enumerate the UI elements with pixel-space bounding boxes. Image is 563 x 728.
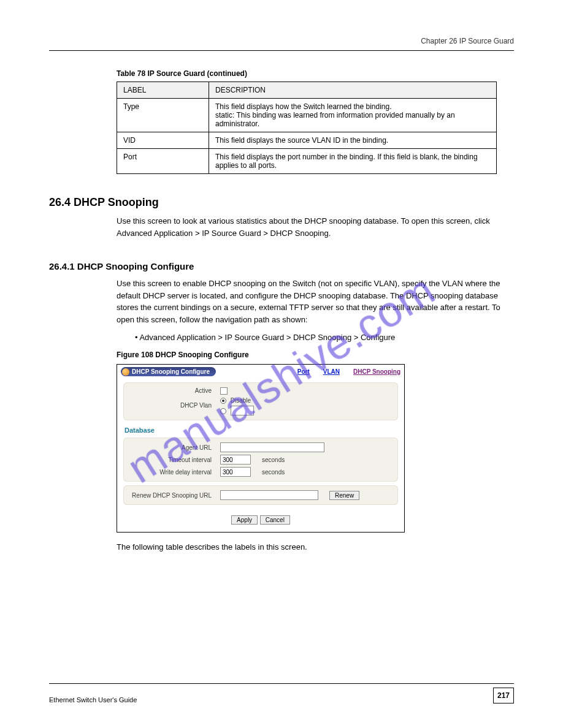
label-seconds-2: seconds	[262, 469, 285, 476]
subsection-heading: 26.4.1 DHCP Snooping Configure	[49, 261, 514, 271]
subsection-intro: Use this screen to enable DHCP snooping …	[117, 278, 514, 325]
cell-desc: This field displays how the Switch learn…	[209, 99, 497, 132]
section-intro: Use this screen to look at various stati…	[117, 215, 514, 239]
label-disable: Disable	[231, 397, 251, 404]
dhcp-vlan-input[interactable]	[231, 406, 254, 415]
table-row: Type This field displays how the Switch …	[117, 99, 497, 132]
row-timeout: Timeout interval seconds	[128, 453, 393, 466]
table-row: VID This field displays the source VLAN …	[117, 132, 497, 149]
timeout-input[interactable]	[220, 455, 251, 464]
active-checkbox[interactable]	[220, 387, 228, 395]
database-heading: Database	[124, 427, 404, 434]
table-header-row: LABEL DESCRIPTION	[117, 82, 497, 99]
figure-links: Port VLAN DHCP Snooping	[297, 368, 400, 375]
dhcp-vlan-options: Disable	[220, 397, 254, 415]
row-write-delay: Write delay interval seconds	[128, 466, 393, 478]
label-renew: Renew DHCP Snooping URL	[128, 492, 220, 499]
row-renew: Renew DHCP Snooping URL Renew	[128, 489, 393, 501]
cell-label: VID	[117, 132, 209, 149]
figure-caption: Figure 108 DHCP Snooping Configure	[117, 351, 514, 359]
figure-panel-top: Active DHCP Vlan Disable	[123, 382, 398, 420]
figure-title-bar: DHCP Snooping Configure	[121, 367, 216, 376]
cancel-button[interactable]: Cancel	[260, 515, 290, 525]
label-active: Active	[128, 387, 220, 394]
footer-rule	[49, 683, 514, 684]
chapter-title: Chapter 26 IP Source Guard	[49, 37, 514, 45]
link-port[interactable]: Port	[297, 368, 310, 375]
write-delay-input[interactable]	[220, 467, 251, 477]
figure-panel-renew: Renew DHCP Snooping URL Renew	[123, 485, 398, 505]
figure-screenshot: DHCP Snooping Configure Port VLAN DHCP S…	[117, 364, 405, 533]
footer: Ethernet Switch User's Guide 217	[49, 683, 514, 703]
link-vlan[interactable]: VLAN	[323, 368, 340, 375]
row-active: Active	[128, 386, 393, 396]
figure-panel-db: Agent URL Timeout interval seconds Write…	[123, 438, 398, 482]
th-desc: DESCRIPTION	[209, 82, 497, 99]
cell-desc: This field displays the source VLAN ID i…	[209, 132, 497, 149]
apply-button[interactable]: Apply	[231, 515, 258, 525]
table-row: Port This field displays the port number…	[117, 149, 497, 174]
label-seconds-1: seconds	[262, 457, 285, 463]
figure-header: DHCP Snooping Configure Port VLAN DHCP S…	[117, 365, 404, 379]
agent-url-input[interactable]	[220, 442, 324, 452]
row-agent-url: Agent URL	[128, 441, 393, 453]
nav-path: • Advanced Application > IP Source Guard…	[135, 332, 514, 344]
renew-button[interactable]: Renew	[329, 491, 359, 500]
cell-label: Type	[117, 99, 209, 132]
table-caption: Table 78 IP Source Guard (continued)	[117, 69, 514, 78]
page-number: 217	[493, 688, 514, 703]
desc-table: LABEL DESCRIPTION Type This field displa…	[117, 82, 497, 174]
footer-guide: Ethernet Switch User's Guide	[49, 696, 137, 703]
cell-label: Port	[117, 149, 209, 174]
radio-vlan-id[interactable]	[220, 408, 226, 414]
section-heading: 26.4 DHCP Snooping	[49, 196, 514, 209]
link-dhcp-snooping[interactable]: DHCP Snooping	[353, 368, 400, 375]
label-timeout: Timeout interval	[128, 457, 220, 463]
th-label: LABEL	[117, 82, 209, 99]
renew-url-input[interactable]	[220, 490, 318, 500]
post-figure-text: The following table describes the labels…	[117, 541, 514, 553]
label-write-delay: Write delay interval	[128, 469, 220, 476]
figure-bottom-buttons: Apply Cancel	[117, 509, 404, 532]
top-rule	[49, 50, 514, 51]
radio-disable[interactable]	[220, 398, 226, 404]
row-dhcp-vlan: DHCP Vlan Disable	[128, 396, 393, 417]
label-agent-url: Agent URL	[128, 444, 220, 451]
cell-desc: This field displays the port number in t…	[209, 149, 497, 174]
label-dhcp-vlan: DHCP Vlan	[128, 397, 220, 409]
